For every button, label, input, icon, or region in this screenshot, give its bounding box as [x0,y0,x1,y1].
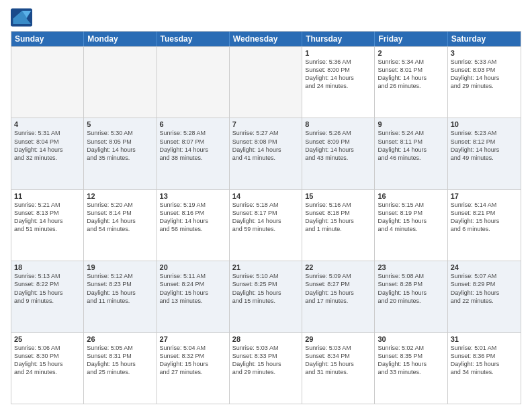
page: SundayMondayTuesdayWednesdayThursdayFrid… [0,0,532,411]
cell-info: Sunrise: 5:21 AM Sunset: 8:13 PM Dayligh… [14,201,81,234]
calendar-cell-day-4: 4Sunrise: 5:31 AM Sunset: 8:04 PM Daylig… [11,118,84,189]
day-number: 18 [14,263,81,271]
header-day-monday: Monday [84,32,157,46]
cell-info: Sunrise: 5:10 AM Sunset: 8:25 PM Dayligh… [232,272,299,305]
calendar-cell-empty [11,47,84,118]
day-number: 1 [305,49,371,57]
calendar-header: SundayMondayTuesdayWednesdayThursdayFrid… [11,32,521,46]
day-number: 11 [14,192,81,200]
calendar-cell-day-21: 21Sunrise: 5:10 AM Sunset: 8:25 PM Dayli… [230,261,302,332]
calendar-cell-day-30: 30Sunrise: 5:02 AM Sunset: 8:35 PM Dayli… [375,333,447,404]
header-day-thursday: Thursday [302,32,375,46]
day-number: 14 [232,192,299,200]
calendar-cell-day-23: 23Sunrise: 5:08 AM Sunset: 8:28 PM Dayli… [375,261,447,332]
calendar-cell-day-18: 18Sunrise: 5:13 AM Sunset: 8:22 PM Dayli… [11,261,84,332]
calendar-cell-day-25: 25Sunrise: 5:06 AM Sunset: 8:30 PM Dayli… [11,333,84,404]
day-number: 10 [451,120,518,128]
calendar-cell-day-24: 24Sunrise: 5:07 AM Sunset: 8:29 PM Dayli… [448,261,521,332]
cell-info: Sunrise: 5:01 AM Sunset: 8:36 PM Dayligh… [451,344,518,377]
cell-info: Sunrise: 5:02 AM Sunset: 8:35 PM Dayligh… [378,344,444,377]
calendar-cell-day-14: 14Sunrise: 5:18 AM Sunset: 8:17 PM Dayli… [230,190,302,261]
calendar-cell-day-9: 9Sunrise: 5:24 AM Sunset: 8:11 PM Daylig… [375,118,447,189]
header-day-tuesday: Tuesday [157,32,230,46]
header-day-saturday: Saturday [448,32,521,46]
day-number: 3 [451,49,518,57]
calendar-cell-day-22: 22Sunrise: 5:09 AM Sunset: 8:27 PM Dayli… [302,261,375,332]
calendar-cell-day-31: 31Sunrise: 5:01 AM Sunset: 8:36 PM Dayli… [448,333,521,404]
cell-info: Sunrise: 5:08 AM Sunset: 8:28 PM Dayligh… [378,272,444,305]
day-number: 2 [378,49,444,57]
cell-info: Sunrise: 5:13 AM Sunset: 8:22 PM Dayligh… [14,272,81,305]
day-number: 29 [305,335,371,343]
calendar-cell-day-2: 2Sunrise: 5:34 AM Sunset: 8:01 PM Daylig… [375,47,447,118]
calendar-cell-empty [230,47,302,118]
cell-info: Sunrise: 5:16 AM Sunset: 8:18 PM Dayligh… [305,201,371,234]
day-number: 28 [232,335,299,343]
calendar-cell-day-1: 1Sunrise: 5:36 AM Sunset: 8:00 PM Daylig… [302,47,375,118]
calendar-cell-day-5: 5Sunrise: 5:30 AM Sunset: 8:05 PM Daylig… [84,118,157,189]
calendar-row-1: 1Sunrise: 5:36 AM Sunset: 8:00 PM Daylig… [11,46,521,118]
calendar-cell-day-11: 11Sunrise: 5:21 AM Sunset: 8:13 PM Dayli… [11,190,84,261]
day-number: 15 [305,192,371,200]
calendar-cell-day-19: 19Sunrise: 5:12 AM Sunset: 8:23 PM Dayli… [84,261,157,332]
cell-info: Sunrise: 5:04 AM Sunset: 8:32 PM Dayligh… [160,344,226,377]
cell-info: Sunrise: 5:34 AM Sunset: 8:01 PM Dayligh… [378,58,444,91]
calendar-cell-day-10: 10Sunrise: 5:23 AM Sunset: 8:12 PM Dayli… [448,118,521,189]
calendar-cell-day-20: 20Sunrise: 5:11 AM Sunset: 8:24 PM Dayli… [157,261,230,332]
cell-info: Sunrise: 5:26 AM Sunset: 8:09 PM Dayligh… [305,129,371,162]
header-day-friday: Friday [375,32,447,46]
day-number: 19 [87,263,153,271]
day-number: 25 [14,335,81,343]
day-number: 30 [378,335,444,343]
day-number: 8 [305,120,371,128]
day-number: 17 [451,192,518,200]
cell-info: Sunrise: 5:28 AM Sunset: 8:07 PM Dayligh… [160,129,226,162]
calendar-cell-day-12: 12Sunrise: 5:20 AM Sunset: 8:14 PM Dayli… [84,190,157,261]
day-number: 4 [14,120,81,128]
header [11,8,521,27]
cell-info: Sunrise: 5:09 AM Sunset: 8:27 PM Dayligh… [305,272,371,305]
calendar-cell-day-6: 6Sunrise: 5:28 AM Sunset: 8:07 PM Daylig… [157,118,230,189]
calendar-cell-day-17: 17Sunrise: 5:14 AM Sunset: 8:21 PM Dayli… [448,190,521,261]
calendar-body: 1Sunrise: 5:36 AM Sunset: 8:00 PM Daylig… [11,46,521,404]
day-number: 27 [160,335,226,343]
day-number: 13 [160,192,226,200]
calendar-cell-empty [84,47,157,118]
logo-icon [11,8,32,27]
day-number: 20 [160,263,226,271]
logo [11,8,34,27]
cell-info: Sunrise: 5:14 AM Sunset: 8:21 PM Dayligh… [451,201,518,234]
day-number: 23 [378,263,444,271]
day-number: 12 [87,192,153,200]
cell-info: Sunrise: 5:03 AM Sunset: 8:34 PM Dayligh… [305,344,371,377]
cell-info: Sunrise: 5:30 AM Sunset: 8:05 PM Dayligh… [87,129,153,162]
cell-info: Sunrise: 5:33 AM Sunset: 8:03 PM Dayligh… [451,58,518,91]
cell-info: Sunrise: 5:07 AM Sunset: 8:29 PM Dayligh… [451,272,518,305]
calendar-row-5: 25Sunrise: 5:06 AM Sunset: 8:30 PM Dayli… [11,332,521,404]
cell-info: Sunrise: 5:23 AM Sunset: 8:12 PM Dayligh… [451,129,518,162]
header-day-wednesday: Wednesday [230,32,302,46]
day-number: 26 [87,335,153,343]
calendar-cell-day-8: 8Sunrise: 5:26 AM Sunset: 8:09 PM Daylig… [302,118,375,189]
calendar-row-2: 4Sunrise: 5:31 AM Sunset: 8:04 PM Daylig… [11,118,521,189]
cell-info: Sunrise: 5:27 AM Sunset: 8:08 PM Dayligh… [232,129,299,162]
calendar-cell-day-29: 29Sunrise: 5:03 AM Sunset: 8:34 PM Dayli… [302,333,375,404]
calendar-cell-day-27: 27Sunrise: 5:04 AM Sunset: 8:32 PM Dayli… [157,333,230,404]
day-number: 24 [451,263,518,271]
day-number: 7 [232,120,299,128]
cell-info: Sunrise: 5:05 AM Sunset: 8:31 PM Dayligh… [87,344,153,377]
calendar-cell-day-15: 15Sunrise: 5:16 AM Sunset: 8:18 PM Dayli… [302,190,375,261]
calendar-cell-empty [157,47,230,118]
calendar-cell-day-3: 3Sunrise: 5:33 AM Sunset: 8:03 PM Daylig… [448,47,521,118]
header-day-sunday: Sunday [11,32,84,46]
day-number: 31 [451,335,518,343]
cell-info: Sunrise: 5:24 AM Sunset: 8:11 PM Dayligh… [378,129,444,162]
cell-info: Sunrise: 5:03 AM Sunset: 8:33 PM Dayligh… [232,344,299,377]
cell-info: Sunrise: 5:12 AM Sunset: 8:23 PM Dayligh… [87,272,153,305]
cell-info: Sunrise: 5:11 AM Sunset: 8:24 PM Dayligh… [160,272,226,305]
day-number: 21 [232,263,299,271]
calendar-row-3: 11Sunrise: 5:21 AM Sunset: 8:13 PM Dayli… [11,189,521,261]
day-number: 6 [160,120,226,128]
cell-info: Sunrise: 5:36 AM Sunset: 8:00 PM Dayligh… [305,58,371,91]
cell-info: Sunrise: 5:18 AM Sunset: 8:17 PM Dayligh… [232,201,299,234]
